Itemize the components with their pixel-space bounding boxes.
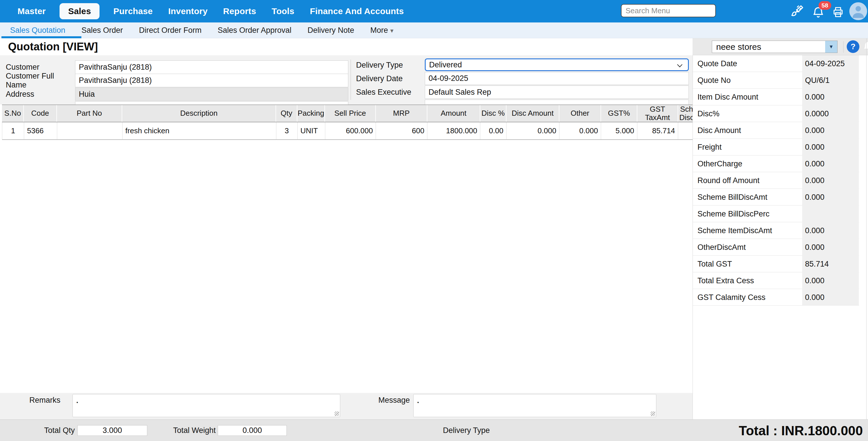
cell-disc-pct: 0.00 <box>480 122 506 139</box>
col-header-other: Other <box>559 105 601 122</box>
store-selector-bar: neee stores ▼ ? <box>692 38 868 55</box>
item-row[interactable]: 1 5366 fresh chicken 3 UNIT 600.000 600 … <box>2 122 693 140</box>
summary-label: Item Disc Amount <box>698 89 758 105</box>
sales-executive-label: Sales Executive <box>356 86 422 99</box>
summary-value: 0.000 <box>802 222 859 239</box>
summary-value: 0.000 <box>802 272 859 289</box>
summary-row: Scheme ItemDiscAmt0.000 <box>693 222 859 239</box>
tab-direct-order-form[interactable]: Direct Order Form <box>139 26 202 35</box>
nav-item-reports[interactable]: Reports <box>221 6 258 16</box>
summary-row: Round off Amount0.000 <box>693 172 859 189</box>
remarks-section: Remarks . Message . <box>0 393 692 419</box>
summary-label: Total GST <box>698 256 732 272</box>
summary-row: Quote NoQU/6/1 <box>693 72 859 89</box>
summary-value <box>802 206 859 222</box>
cell-disc-amount: 0.000 <box>506 122 559 139</box>
summary-value: 0.000 <box>802 139 859 155</box>
summary-label: Disc Amount <box>698 122 741 139</box>
nav-item-master[interactable]: Master <box>16 6 48 16</box>
cell-packing: UNIT <box>298 122 325 139</box>
search-menu-input[interactable] <box>621 4 716 17</box>
address-label: Address <box>6 88 74 101</box>
tab-sales-order[interactable]: Sales Order <box>82 26 123 35</box>
total-qty-input[interactable] <box>78 425 147 436</box>
cell-gst-taxamt: 85.714 <box>637 122 678 139</box>
customer-field[interactable]: PavithraSanju (2818) <box>75 60 348 74</box>
delivery-date-field[interactable]: 04-09-2025 <box>425 72 689 85</box>
quotation-view-page: Master Sales Purchase Inventory Reports … <box>0 0 868 441</box>
form-divider <box>350 60 351 100</box>
summary-value: 0.0000 <box>802 105 859 122</box>
col-header-code: Code <box>24 105 57 122</box>
total-qty-label: Total Qty <box>29 420 75 441</box>
message-textarea[interactable]: . <box>413 394 656 417</box>
summary-value: 0.000 <box>802 239 859 256</box>
theme-brush-icon[interactable] <box>790 4 804 19</box>
nav-item-tools[interactable]: Tools <box>270 6 296 16</box>
more-label: More <box>370 26 388 34</box>
cell-other: 0.000 <box>559 122 601 139</box>
active-tab-underline <box>1 36 82 38</box>
sales-executive-field[interactable]: Default Sales Rep <box>425 86 689 99</box>
col-header-gst-taxamt: GST TaxAmt <box>637 105 678 122</box>
tab-sales-quotation[interactable]: Sales Quotation <box>10 26 65 35</box>
cell-sell-price: 600.000 <box>325 122 376 139</box>
summary-row: OtherCharge0.000 <box>693 155 859 172</box>
tab-delivery-note[interactable]: Delivery Note <box>307 26 354 35</box>
col-header-description: Description <box>122 105 276 122</box>
store-select[interactable]: neee stores ▼ <box>712 40 838 53</box>
clipped-input-strip <box>75 101 348 105</box>
delivery-type-select[interactable]: Delivered <box>425 58 689 71</box>
print-icon[interactable] <box>832 6 844 19</box>
grand-total: Total : INR.1800.000 <box>739 420 863 441</box>
store-select-value: neee stores <box>712 42 825 52</box>
cell-sno: 1 <box>2 122 24 139</box>
cell-amount: 1800.000 <box>427 122 480 139</box>
col-header-amount: Amount <box>427 105 480 122</box>
summary-value: 0.000 <box>802 189 859 206</box>
panel-right-border <box>866 38 867 419</box>
nav-item-sales[interactable]: Sales <box>60 3 99 19</box>
total-weight-input[interactable] <box>218 425 287 436</box>
address-field[interactable]: Huia <box>75 88 348 101</box>
summary-value: 0.000 <box>802 122 859 139</box>
footer-delivery-type-label: Delivery Type <box>443 420 490 441</box>
title-bar: Quotation [VIEW] <box>0 38 692 55</box>
cell-gst-pct: 5.000 <box>601 122 637 139</box>
cell-mrp: 600 <box>376 122 427 139</box>
remarks-textarea[interactable]: . <box>72 394 340 417</box>
nav-item-finance-and-accounts[interactable]: Finance And Accounts <box>308 6 405 16</box>
cell-sch-disc <box>678 122 693 139</box>
nav-item-purchase[interactable]: Purchase <box>112 6 154 16</box>
store-select-arrow-icon[interactable]: ▼ <box>825 41 837 53</box>
resize-grip-icon[interactable] <box>651 411 655 416</box>
col-header-qty: Qty <box>276 105 298 122</box>
message-label: Message <box>371 396 410 405</box>
help-icon[interactable]: ? <box>847 40 859 53</box>
summary-label: Round off Amount <box>698 172 760 189</box>
delivery-date-label: Delivery Date <box>356 72 422 85</box>
summary-row: Total Extra Cess0.000 <box>693 272 859 289</box>
chevron-down-icon: ▾ <box>390 27 394 34</box>
col-header-part-no: Part No <box>57 105 122 122</box>
delivery-type-value: Delivered <box>429 60 462 69</box>
remarks-label: Remarks <box>17 396 60 405</box>
summary-row: Total GST85.714 <box>693 256 859 272</box>
col-header-sno: S.No <box>2 105 24 122</box>
summary-value: 0.000 <box>802 172 859 189</box>
nav-item-inventory[interactable]: Inventory <box>166 6 209 16</box>
col-header-disc-amount: Disc Amount <box>506 105 559 122</box>
summary-row: Freight0.000 <box>693 139 859 155</box>
user-avatar[interactable] <box>849 2 867 20</box>
col-header-packing: Packing <box>298 105 325 122</box>
tab-sales-order-approval[interactable]: Sales Order Approval <box>218 26 291 35</box>
summary-value: 0.000 <box>802 155 859 172</box>
customer-full-name-field[interactable]: PavithraSanju (2818) <box>75 74 348 87</box>
cell-qty: 3 <box>276 122 298 139</box>
summary-row: GST Calamity Cess0.000 <box>693 289 859 306</box>
summary-label: Disc% <box>698 105 720 122</box>
resize-grip-icon[interactable] <box>335 411 339 416</box>
clipped-bell-icon <box>862 40 868 53</box>
tab-more[interactable]: More▾ <box>370 26 394 35</box>
summary-row: Disc Amount0.000 <box>693 122 859 139</box>
